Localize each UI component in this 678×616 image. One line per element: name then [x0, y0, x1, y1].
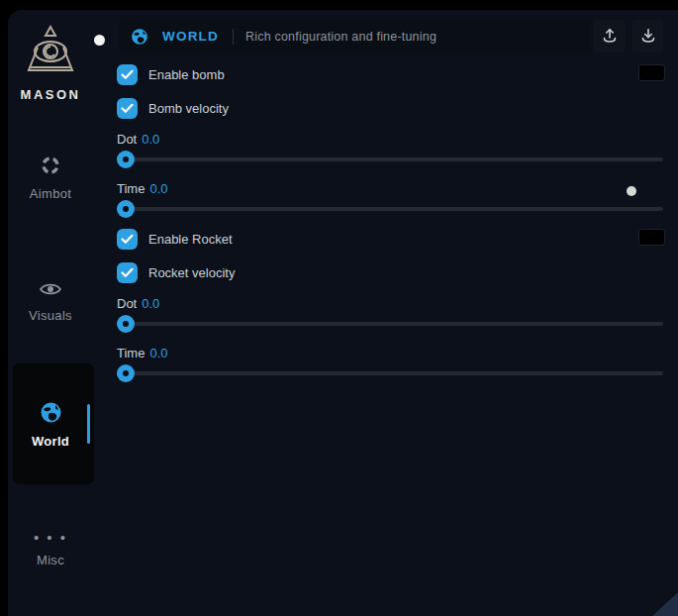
globe-icon — [40, 401, 62, 424]
crosshair-icon — [40, 154, 61, 176]
eye-icon — [39, 280, 62, 298]
bomb-velocity-checkbox-row[interactable]: Bomb velocity — [117, 98, 229, 119]
sidebar-item-label: World — [3, 434, 98, 449]
sidebar-item-label: Misc — [3, 553, 98, 567]
slider-handle[interactable] — [117, 200, 135, 218]
bomb-dot-slider[interactable] — [117, 151, 663, 168]
corner-accent — [652, 592, 678, 616]
mason-eye-pyramid-icon — [24, 24, 77, 81]
slider-value: 0.0 — [142, 296, 159, 311]
checkbox-label: Rocket velocity — [148, 265, 235, 280]
slider-track[interactable] — [117, 371, 663, 375]
bomb-time-slider-label: Time0.0 — [117, 181, 167, 196]
rocket-time-slider-label: Time0.0 — [117, 346, 167, 360]
checkbox-checked-icon[interactable] — [117, 262, 138, 283]
checkbox-label: Enable bomb — [148, 67, 225, 82]
slider-value: 0.0 — [149, 181, 167, 196]
checkbox-label: Enable Rocket — [148, 232, 233, 247]
rocket-color-swatch[interactable] — [638, 229, 665, 246]
app-root: MASON Aimbot Visuals World — [0, 0, 678, 616]
rocket-velocity-checkbox-row[interactable]: Rocket velocity — [117, 262, 235, 283]
download-icon — [640, 27, 656, 47]
rocket-dot-slider[interactable] — [117, 315, 663, 333]
slider-track[interactable] — [117, 207, 663, 211]
rocket-dot-slider-label: Dot0.0 — [117, 296, 159, 311]
checkbox-checked-icon[interactable] — [117, 98, 138, 119]
sidebar-item-aimbot[interactable]: Aimbot — [3, 154, 98, 201]
sidebar-item-misc[interactable]: • • • Misc — [3, 529, 98, 567]
sidebar-item-label: Visuals — [3, 308, 98, 323]
ellipsis-icon: • • • — [34, 529, 67, 546]
cursor-dot — [94, 35, 105, 46]
sidebar-item-label: Aimbot — [3, 186, 98, 201]
cursor-dot — [627, 186, 636, 196]
slider-handle[interactable] — [117, 151, 135, 168]
header-divider — [233, 29, 234, 45]
slider-value: 0.0 — [142, 132, 159, 147]
brand-logo: MASON — [3, 24, 98, 102]
slider-handle[interactable] — [117, 315, 135, 333]
page-subtitle: Rich configuration and fine-tuning — [245, 30, 436, 44]
download-config-button[interactable] — [632, 20, 663, 52]
globe-icon — [131, 28, 148, 46]
rocket-time-slider[interactable] — [117, 364, 663, 382]
enable-bomb-checkbox-row[interactable]: Enable bomb — [117, 64, 225, 85]
sidebar-item-world[interactable]: World — [3, 401, 98, 449]
checkbox-checked-icon[interactable] — [117, 229, 138, 250]
bomb-color-swatch[interactable] — [638, 64, 665, 81]
slider-track[interactable] — [117, 157, 663, 161]
bomb-time-slider[interactable] — [117, 200, 663, 218]
checkbox-checked-icon[interactable] — [117, 64, 138, 85]
bomb-dot-slider-label: Dot0.0 — [117, 132, 159, 147]
window — [8, 10, 678, 616]
checkbox-label: Bomb velocity — [148, 101, 229, 116]
enable-rocket-checkbox-row[interactable]: Enable Rocket — [117, 229, 233, 250]
brand-wordmark: MASON — [3, 87, 98, 102]
slider-handle[interactable] — [117, 364, 135, 382]
page-header: WORLD Rich configuration and fine-tuning — [119, 20, 591, 52]
page-title: WORLD — [162, 29, 219, 44]
sidebar-item-visuals[interactable]: Visuals — [3, 280, 98, 323]
slider-track[interactable] — [117, 322, 663, 326]
slider-value: 0.0 — [149, 346, 167, 360]
upload-icon — [602, 27, 618, 47]
upload-config-button[interactable] — [594, 20, 625, 52]
